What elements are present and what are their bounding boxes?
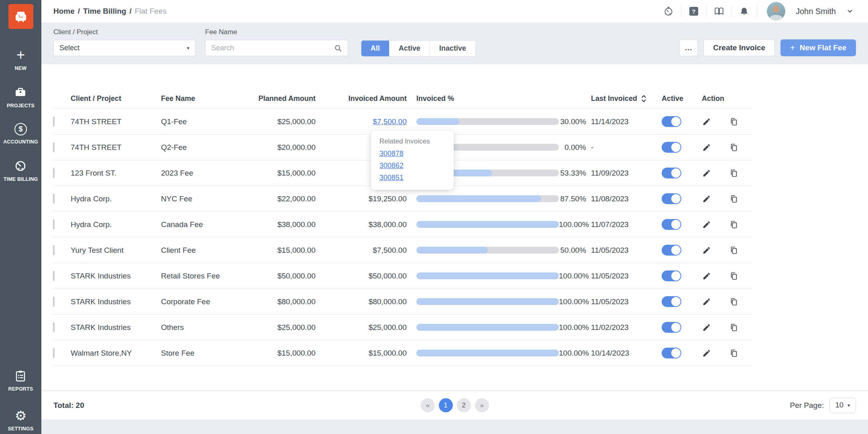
tab-inactive[interactable]: Inactive: [430, 41, 475, 56]
help-icon[interactable]: ?: [688, 5, 700, 17]
breadcrumb: Home / Time Billing / Flat Fees: [53, 7, 167, 16]
copy-icon[interactable]: [729, 297, 739, 307]
edit-pencil-icon[interactable]: [702, 246, 711, 255]
sidebar-item-new[interactable]: + NEW: [14, 48, 28, 71]
edit-pencil-icon[interactable]: [702, 220, 711, 229]
armchair-logo-icon: [13, 9, 29, 24]
planned-amount-cell: $15,000.00: [253, 169, 316, 178]
row-checkbox[interactable]: [53, 117, 55, 127]
tab-active[interactable]: Active: [389, 41, 430, 56]
divider: [757, 5, 757, 17]
breadcrumb-current: Flat Fees: [135, 7, 167, 16]
sidebar-item-time-billing[interactable]: TIME BILLING: [4, 159, 38, 182]
pagination-page-1[interactable]: 1: [439, 398, 453, 412]
new-flat-fee-button[interactable]: + New Flat Fee: [780, 39, 856, 56]
row-checkbox[interactable]: [53, 245, 55, 255]
invoiced-amount-link[interactable]: $7,500.00: [316, 117, 407, 126]
plus-icon: +: [14, 48, 28, 62]
col-last-invoiced-label: Last Invoiced: [591, 94, 637, 103]
copy-icon[interactable]: [729, 220, 739, 229]
row-checkbox[interactable]: [53, 142, 55, 152]
client-project-select-value: Select: [59, 44, 79, 52]
pagination-next-button[interactable]: »: [475, 398, 489, 412]
edit-pencil-icon[interactable]: [702, 271, 711, 281]
edit-pencil-icon[interactable]: [702, 297, 711, 307]
pagination-page-2[interactable]: 2: [457, 398, 471, 412]
book-icon[interactable]: [713, 5, 725, 17]
more-options-button[interactable]: ...: [679, 39, 698, 56]
breadcrumb-separator: /: [78, 7, 80, 16]
create-invoice-button[interactable]: Create Invoice: [703, 39, 775, 56]
active-toggle[interactable]: [662, 219, 681, 230]
sidebar: + NEW PROJECTS $ ACCOUNTING: [0, 0, 41, 434]
active-toggle[interactable]: [662, 168, 681, 178]
pagination-prev-button[interactable]: «: [421, 398, 435, 412]
copy-icon[interactable]: [729, 143, 739, 152]
row-checkbox[interactable]: [53, 271, 55, 281]
active-toggle[interactable]: [662, 296, 681, 307]
active-toggle[interactable]: [662, 116, 681, 127]
active-toggle[interactable]: [662, 245, 681, 256]
active-toggle[interactable]: [662, 348, 681, 358]
app-logo[interactable]: [8, 4, 33, 29]
user-avatar[interactable]: [767, 2, 785, 20]
edit-pencil-icon[interactable]: [702, 323, 711, 332]
invoice-link[interactable]: 300862: [379, 162, 445, 170]
tab-all[interactable]: All: [361, 41, 389, 56]
invoiced-progress-bar: [416, 247, 559, 254]
copy-icon[interactable]: [729, 117, 739, 127]
invoiced-progress-bar: [416, 118, 559, 125]
invoice-link[interactable]: 300851: [379, 174, 445, 182]
breadcrumb-home[interactable]: Home: [53, 7, 75, 16]
invoice-link[interactable]: 300878: [379, 149, 445, 158]
client-project-select[interactable]: Select ▾: [53, 40, 196, 56]
active-toggle[interactable]: [662, 270, 681, 281]
timer-tracker-icon[interactable]: [662, 5, 674, 17]
active-toggle[interactable]: [662, 322, 681, 333]
edit-pencil-icon[interactable]: [702, 194, 711, 204]
invoiced-progress-bar: [416, 350, 559, 356]
new-flat-fee-label: New Flat Fee: [800, 43, 846, 52]
edit-pencil-icon[interactable]: [702, 117, 711, 127]
sidebar-item-projects[interactable]: PROJECTS: [7, 86, 35, 108]
copy-icon[interactable]: [729, 348, 739, 358]
row-checkbox[interactable]: [53, 297, 55, 307]
invoiced-progress-fill: [416, 221, 559, 228]
active-toggle[interactable]: [662, 142, 681, 153]
row-checkbox[interactable]: [53, 168, 55, 178]
divider: [731, 5, 732, 17]
sidebar-item-label: REPORTS: [8, 386, 33, 392]
row-checkbox[interactable]: [53, 322, 55, 332]
client-project-label: Client / Project: [53, 28, 196, 36]
fee-name-cell: Q2-Fee: [161, 143, 253, 152]
edit-pencil-icon[interactable]: [702, 348, 711, 358]
copy-icon[interactable]: [729, 246, 739, 255]
chevron-down-icon[interactable]: [844, 5, 856, 17]
last-invoiced-cell: 10/14/2023: [586, 349, 658, 358]
sidebar-item-settings[interactable]: ⚙ SETTINGS: [8, 409, 33, 432]
copy-icon[interactable]: [729, 271, 739, 281]
copy-icon[interactable]: [729, 323, 739, 332]
row-checkbox[interactable]: [53, 219, 55, 229]
row-checkbox[interactable]: [53, 348, 55, 358]
col-last-invoiced-sort[interactable]: Last Invoiced: [591, 94, 658, 103]
client-project-cell: STARK Industries: [71, 323, 161, 332]
planned-amount-cell: $15,000.00: [253, 246, 316, 255]
user-name: John Smith: [796, 7, 836, 16]
copy-icon[interactable]: [729, 168, 739, 178]
row-checkbox[interactable]: [53, 194, 55, 204]
status-filter-tabs: All Active Inactive: [361, 40, 476, 57]
search-input[interactable]: [211, 44, 334, 52]
breadcrumb-time-billing[interactable]: Time Billing: [83, 7, 126, 16]
edit-pencil-icon[interactable]: [702, 168, 711, 178]
bell-icon[interactable]: [738, 5, 750, 17]
copy-icon[interactable]: [729, 194, 739, 204]
sidebar-item-accounting[interactable]: $ ACCOUNTING: [3, 123, 38, 145]
per-page-select[interactable]: 10 ▾: [829, 398, 856, 413]
active-toggle[interactable]: [662, 193, 681, 204]
fee-name-search[interactable]: [205, 40, 348, 56]
last-invoiced-cell: 11/09/2023: [586, 169, 658, 178]
sidebar-item-reports[interactable]: REPORTS: [8, 369, 33, 392]
invoiced-amount-cell: $80,000.00: [316, 297, 407, 306]
edit-pencil-icon[interactable]: [702, 143, 711, 152]
